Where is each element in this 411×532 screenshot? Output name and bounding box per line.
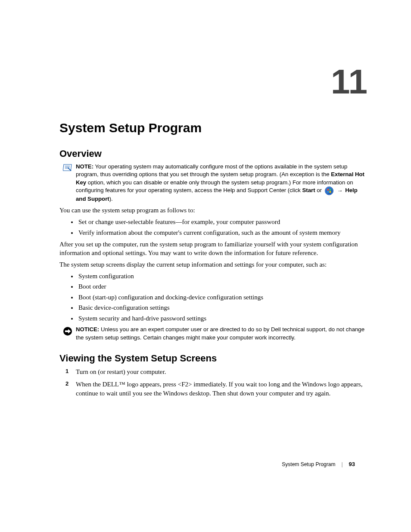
notice-body: Unless you are an expert computer user o… [76,326,364,340]
steps-list: Turn on (or restart) your computer. When… [59,367,366,398]
chapter-number: 11 [331,65,366,99]
bullet-list-1: Set or change user-selectable features—f… [59,217,366,237]
step-item: When the DELL™ logo appears, press <F2> … [65,380,366,398]
footer-page-number: 93 [349,461,355,467]
page-title: System Setup Program [59,121,366,135]
bullet-list-2: System configuration Boot order Boot (st… [59,271,366,324]
notice-label: NOTICE: [76,326,99,333]
note-text: NOTE: Your operating system may automati… [76,163,366,203]
svg-rect-9 [65,330,68,332]
footer-section-name: System Setup Program [282,461,335,467]
note-bold-2: Start [302,187,315,194]
note-label: NOTE: [76,163,93,170]
notice-icon [63,327,72,334]
notice-callout: NOTICE: Unless you are an expert compute… [59,326,366,342]
list-item: Boot order [78,282,366,292]
svg-rect-6 [327,191,329,193]
page-content: 11 System Setup Program Overview NOTE: Y… [0,0,411,427]
section-viewing-heading: Viewing the System Setup Screens [59,353,366,364]
note-callout: NOTE: Your operating system may automati… [59,163,366,203]
screens-paragraph: The system setup screens display the cur… [59,260,366,269]
list-item: Basic device-configuration settings [78,303,366,313]
after-setup-paragraph: After you set up the computer, run the s… [59,240,366,258]
list-item: Verify information about the computer's … [78,228,366,238]
step-item: Turn on (or restart) your computer. [65,367,366,376]
svg-rect-4 [327,189,329,191]
list-item: Set or change user-selectable features—f… [78,217,366,227]
note-icon [63,164,72,171]
note-text-4: ). [109,196,113,202]
notice-text: NOTICE: Unless you are an expert compute… [76,326,366,342]
page-footer: System Setup Program | 93 [282,461,355,467]
svg-rect-7 [329,191,331,193]
svg-rect-5 [329,189,331,191]
windows-start-icon [325,187,333,195]
footer-separator: | [335,461,349,467]
section-overview-heading: Overview [59,148,366,159]
note-text-1: Your operating system may automatically … [76,163,347,177]
list-item: System configuration [78,271,366,281]
list-item: System security and hard-drive password … [78,314,366,324]
intro-paragraph: You can use the system setup program as … [59,206,366,215]
note-text-3: or [315,187,324,194]
list-item: Boot (start-up) configuration and dockin… [78,292,366,302]
arrow-icon: → [336,187,343,195]
